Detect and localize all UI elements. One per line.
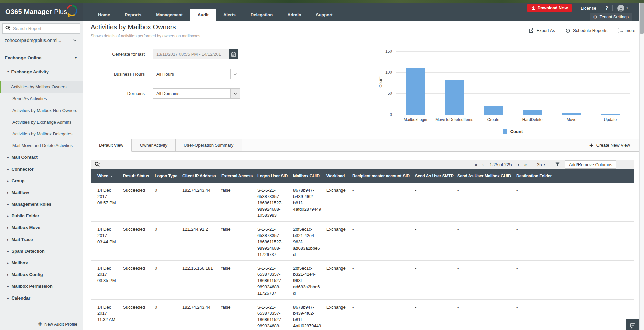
sidebar-group-mailbox-move[interactable]: ▸ Mailbox Move	[0, 222, 83, 234]
speech-bubble-icon	[630, 323, 636, 329]
column-header-mailbox-guid[interactable]: Mailbox GUID	[293, 169, 326, 183]
group-label: Mailbox Permission	[12, 284, 53, 289]
column-header-workload[interactable]: Workload	[326, 169, 352, 183]
nav-tab-alerts[interactable]: Alerts	[216, 9, 243, 21]
filter-funnel-icon[interactable]	[555, 162, 560, 167]
main-content: Activities by Mailbox Owners Shows detai…	[83, 21, 639, 330]
sidebar-group-mailflow[interactable]: ▸ Mailflow	[0, 187, 83, 198]
nav-tab-audit[interactable]: Audit	[190, 9, 216, 21]
chart-x-tick-label: Create	[474, 117, 513, 122]
chart-y-axis-label: Count	[378, 76, 383, 88]
nav-tab-management[interactable]: Management	[149, 9, 190, 21]
chart-bar-slot	[435, 80, 474, 115]
more-button[interactable]: more	[618, 28, 635, 33]
column-header-logon-user-sid[interactable]: Logon User SID	[257, 169, 293, 183]
license-link[interactable]: License	[581, 6, 596, 11]
nav-tab-support[interactable]: Support	[309, 9, 340, 21]
divider	[91, 38, 639, 38]
sidebar-item-activities-by-mailbox-delegates[interactable]: Activities by Mailbox Delegates	[0, 128, 83, 140]
search-report-input[interactable]	[2, 23, 80, 34]
page-size-select[interactable]: 25 ▾	[537, 162, 545, 167]
cell-send-as-user-smtp: -	[415, 299, 457, 330]
cell-when: 14 Dec 2017 03:35 PM	[91, 260, 123, 299]
prev-page-button[interactable]: ‹	[482, 162, 484, 167]
new-audit-profile-button[interactable]: ✚ New Audit Profile	[38, 321, 77, 327]
sidebar-group-public-folder[interactable]: ▸ Public Folder	[0, 210, 83, 222]
scrollbar-thumb[interactable]	[640, 3, 644, 34]
cell-result-status: Succeeded	[123, 299, 155, 330]
sidebar-group-exchange-activity[interactable]: ▾ Exchange Activity	[0, 68, 83, 76]
column-header-external-access[interactable]: External Access	[221, 169, 257, 183]
feedback-chat-button[interactable]	[626, 319, 639, 330]
column-header-result-status[interactable]: Result Status	[123, 169, 155, 183]
page-scrollbar[interactable]	[639, 3, 644, 330]
tenant-settings-button[interactable]: ⚙ Tenant Settings	[590, 13, 632, 21]
view-tab-owner-activity[interactable]: Owner Activity	[132, 139, 176, 151]
chart-bar-slot	[591, 114, 630, 115]
sidebar-item-activities-by-mailbox-non-owners[interactable]: Activities by Mailbox Non-Owners	[0, 105, 83, 116]
sidebar-group-management-roles[interactable]: ▸ Management Roles	[0, 198, 83, 210]
chevron-down-icon[interactable]: ▾	[626, 6, 628, 10]
nav-tab-label: Support	[316, 12, 333, 17]
nav-tab-reports[interactable]: Reports	[117, 9, 149, 21]
chart-x-tick	[630, 115, 630, 117]
cell-mailbox-guid: 8678b947-b439-4f62-b81f-4afd02879449	[293, 183, 326, 221]
cell-workload: Exchange	[326, 183, 352, 221]
column-header-logon-type[interactable]: Logon Type	[155, 169, 182, 183]
sidebar-item-activities-by-mailbox-owners[interactable]: Activities by Mailbox Owners	[0, 81, 83, 93]
cell-result-status: Succeeded	[123, 260, 155, 299]
schedule-reports-button[interactable]: Schedule Reports	[565, 28, 607, 33]
calendar-button[interactable]	[229, 49, 238, 59]
sidebar-section-exchange-online[interactable]: Exchange Online ▾	[0, 47, 83, 60]
sidebar-group-calendar[interactable]: ▸ Calendar	[0, 292, 83, 304]
cell-logon-type: 0	[155, 221, 182, 260]
caret-right-icon: ▸	[7, 285, 9, 288]
add-remove-columns-button[interactable]: Add/Remove Columns	[565, 160, 616, 169]
sidebar-group-spam-detection[interactable]: ▸ Spam Detection	[0, 245, 83, 257]
view-tab-user-operation-summary[interactable]: User-Operation Summary	[176, 139, 242, 151]
tenant-name: zohocorpadmgrplus.onmi...	[5, 38, 61, 43]
separator	[576, 5, 576, 11]
cell-send-as-user-smtp: -	[415, 260, 457, 299]
cell-external-access: false	[221, 299, 257, 330]
create-new-view-button[interactable]: ✚ Create New View	[582, 139, 639, 151]
user-avatar[interactable]	[617, 5, 624, 12]
table-search-icon[interactable]	[95, 162, 100, 167]
nav-tab-admin[interactable]: Admin	[280, 9, 308, 21]
column-header-client-ip-address[interactable]: Client IP Address	[182, 169, 221, 183]
sidebar-group-mail-contact[interactable]: ▸ Mail Contact	[0, 151, 83, 163]
group-label: Public Folder	[12, 213, 39, 218]
chevron-down-icon[interactable]	[230, 89, 240, 98]
domains-select[interactable]: All Domains	[153, 88, 240, 99]
sidebar-item-send-as-activities[interactable]: Send As Activities	[0, 93, 83, 105]
help-button[interactable]: ?	[605, 5, 608, 11]
next-page-button[interactable]: ›	[517, 162, 519, 167]
nav-tab-delegation[interactable]: Delegation	[243, 9, 280, 21]
sidebar-group-mailbox-config[interactable]: ▸ Mailbox Config	[0, 269, 83, 280]
column-header-when[interactable]: When▾	[91, 169, 123, 183]
nav-tab-home[interactable]: Home	[91, 9, 117, 21]
sidebar-item-activities-by-exchange-admins[interactable]: Activities by Exchange Admins	[0, 116, 83, 128]
column-header-destination-folder[interactable]: Destination Folder	[516, 169, 634, 183]
export-as-button[interactable]: Export As	[529, 28, 555, 33]
first-page-button[interactable]: «	[475, 162, 477, 167]
business-hours-select[interactable]: All Hours	[153, 69, 240, 79]
sidebar-group-group[interactable]: ▸ Group	[0, 175, 83, 187]
sidebar-group-mailbox-permission[interactable]: ▸ Mailbox Permission	[0, 280, 83, 292]
cell-send-as-user-mailbox-guid: -	[457, 183, 516, 221]
column-header-recipient-master-account-sid[interactable]: Recipient master account SID	[352, 169, 415, 183]
chevron-down-icon[interactable]	[230, 69, 240, 79]
sidebar-group-connector[interactable]: ▸ Connector	[0, 163, 83, 175]
column-header-send-as-user-smtp[interactable]: Send As User SMTP	[415, 169, 457, 183]
tenant-selector[interactable]: zohocorpadmgrplus.onmi...	[0, 38, 83, 47]
column-header-send-as-user-mailbox-guid[interactable]: Send As User Mailbox GUID	[457, 169, 516, 183]
sidebar-item-mail-move-and-delete-activities[interactable]: Mail Move and Delete Activities	[0, 140, 83, 151]
last-page-button[interactable]: »	[524, 162, 527, 167]
view-tab-default-view[interactable]: Default View	[91, 139, 132, 152]
date-range-input[interactable]	[153, 49, 229, 59]
cell-mailbox-guid: 2bf5ec1c-b321-42e4-963f-ad683a2bbe6d	[293, 260, 326, 299]
sidebar-group-mailbox[interactable]: ▸ Mailbox	[0, 257, 83, 269]
sidebar-group-mail-trace[interactable]: ▸ Mail Trace	[0, 234, 83, 245]
download-now-button[interactable]: Download Now	[527, 4, 572, 12]
separator	[612, 5, 613, 11]
